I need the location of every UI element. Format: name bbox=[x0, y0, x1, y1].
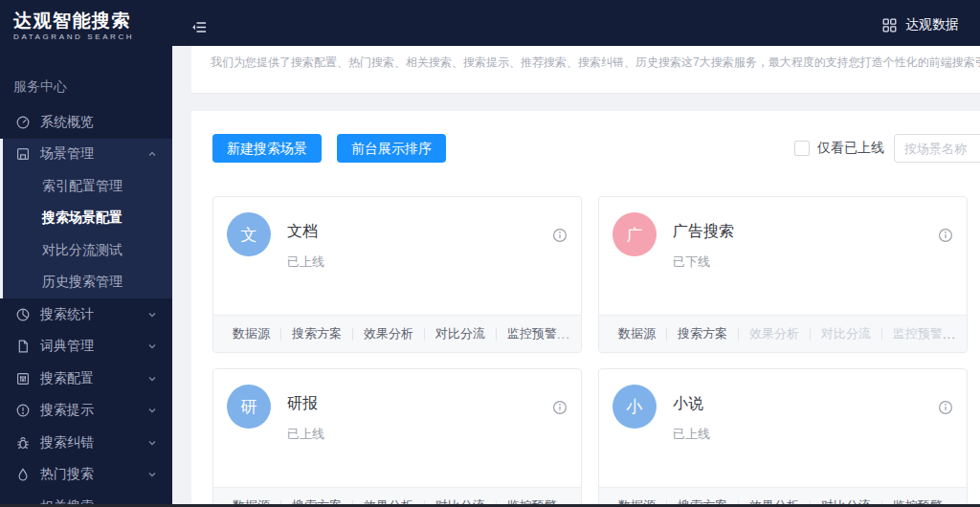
card-footer-link[interactable]: 效果分析 bbox=[749, 325, 799, 342]
scene-card-novel: 小小说已上线数据源搜索方案效果分析对比分流监控预警... bbox=[598, 368, 968, 507]
display-sort-button[interactable]: 前台展示排序 bbox=[337, 134, 446, 163]
chevron-down-icon bbox=[147, 310, 157, 320]
sidebar-item-dict-management[interactable]: 词典管理 bbox=[0, 331, 172, 364]
scene-card-body: 研研报已上线 bbox=[213, 369, 581, 487]
divider bbox=[496, 328, 497, 341]
scene-card-body: 广广告搜索已下线 bbox=[599, 197, 967, 315]
scene-avatar: 广 bbox=[612, 212, 657, 256]
sidebar-item-label: 词典管理 bbox=[40, 338, 94, 355]
card-footer-link[interactable]: 搜索方案 bbox=[292, 325, 342, 342]
product-link[interactable]: 达观数据 bbox=[882, 16, 959, 33]
card-footer-link[interactable]: 对比分流 bbox=[821, 325, 871, 342]
scene-card-research-report: 研研报已上线数据源搜索方案效果分析对比分流监控预警... bbox=[212, 368, 582, 507]
intro-text: 我们为您提供了搜索配置、热门搜索、相关搜索、搜索提示、推荐搜索、搜索纠错、历史搜… bbox=[211, 55, 980, 69]
card-footer-link[interactable]: 数据源 bbox=[618, 325, 656, 342]
sidebar-item-search-config[interactable]: 搜索配置 bbox=[0, 363, 172, 395]
divider bbox=[738, 328, 739, 341]
scene-card-info: 小说已上线 bbox=[673, 385, 710, 487]
sidebar-subitem-search-scene-config[interactable]: 搜索场景配置 bbox=[3, 203, 172, 235]
sidebar-item-search-stats[interactable]: 搜索统计 bbox=[0, 298, 172, 331]
top-bar: 达观智能搜索 DATAGRAND SEARCH 达观数据 bbox=[0, 0, 980, 46]
scene-card-status: 已上线 bbox=[287, 426, 324, 443]
scene-cards-grid: 文文档已上线数据源搜索方案效果分析对比分流监控预警...广广告搜索已下线数据源搜… bbox=[191, 163, 980, 507]
scene-card-body: 文文档已上线 bbox=[213, 197, 581, 315]
chevron-down-icon bbox=[147, 342, 157, 351]
new-scene-button[interactable]: 新建搜索场景 bbox=[212, 134, 322, 163]
chevron-down-icon bbox=[147, 406, 157, 415]
card-footer-link[interactable]: 数据源 bbox=[233, 325, 270, 342]
sidebar-item-label: 搜索纠错 bbox=[40, 434, 94, 452]
card-footer-link[interactable]: 监控预警 bbox=[507, 325, 557, 342]
divider bbox=[352, 328, 353, 341]
sidebar-menu: 系统概览场景管理索引配置管理搜索场景配置对比分流测试历史搜索管理搜索统计词典管理… bbox=[0, 106, 172, 507]
scene-card-status: 已上线 bbox=[287, 254, 324, 271]
logo-title: 达观智能搜索 bbox=[13, 11, 172, 31]
grid-icon bbox=[882, 18, 897, 33]
scene-avatar: 研 bbox=[227, 385, 271, 429]
info-icon[interactable] bbox=[938, 400, 953, 415]
card-footer-link[interactable]: 监控预警 bbox=[893, 325, 943, 342]
logo-subtitle: DATAGRAND SEARCH bbox=[13, 33, 172, 41]
file-icon bbox=[15, 339, 31, 354]
menu-fold-icon[interactable] bbox=[191, 19, 208, 35]
info-icon[interactable] bbox=[552, 228, 568, 243]
sidebar-item-system-overview[interactable]: 系统概览 bbox=[0, 106, 172, 139]
sidebar-subitem-index-config[interactable]: 索引配置管理 bbox=[3, 170, 172, 203]
sidebar-item-scene-management[interactable]: 场景管理 bbox=[3, 139, 172, 171]
sidebar-item-label: 热门搜索 bbox=[40, 466, 94, 483]
sidebar: 服务中心 系统概览场景管理索引配置管理搜索场景配置对比分流测试历史搜索管理搜索统… bbox=[0, 46, 172, 507]
dashboard-icon bbox=[15, 115, 31, 130]
scene-card-title: 广告搜索 bbox=[673, 222, 734, 242]
scene-card-info: 广告搜索已下线 bbox=[673, 212, 734, 315]
sidebar-item-label: 搜索提示 bbox=[40, 402, 94, 419]
app-window: 达观智能搜索 DATAGRAND SEARCH 达观数据 服务中心 系统概览场景… bbox=[0, 0, 980, 507]
alert-icon bbox=[15, 403, 31, 418]
scene-card-title: 文档 bbox=[287, 222, 324, 242]
chevron-down-icon bbox=[147, 438, 157, 448]
bug-icon bbox=[15, 435, 31, 451]
main-panel: 新建搜索场景 前台展示排序 仅看已上线 文文档已上线数据源搜索方案效果分析对比分… bbox=[191, 111, 980, 507]
sliders-icon bbox=[15, 371, 31, 386]
scene-card-footer: 数据源搜索方案效果分析对比分流监控预警... bbox=[213, 315, 581, 352]
scene-card-title: 研报 bbox=[287, 394, 324, 414]
sidebar-item-label: 搜索配置 bbox=[40, 370, 94, 387]
scene-icon bbox=[15, 146, 31, 162]
divider bbox=[280, 328, 281, 341]
card-footer-link[interactable]: 效果分析 bbox=[364, 325, 413, 342]
divider bbox=[881, 328, 882, 341]
sidebar-item-label: 搜索统计 bbox=[40, 306, 94, 323]
scene-card-info: 研报已上线 bbox=[287, 385, 324, 487]
sidebar-item-label: 系统概览 bbox=[40, 114, 94, 131]
sidebar-group-title: 服务中心 bbox=[0, 46, 172, 106]
scene-card-status: 已上线 bbox=[673, 426, 710, 443]
card-footer-more[interactable]: ... bbox=[557, 327, 570, 342]
divider bbox=[666, 328, 667, 341]
intro-banner: 我们为您提供了搜索配置、热门搜索、相关搜索、搜索提示、推荐搜索、搜索纠错、历史搜… bbox=[191, 46, 980, 94]
sidebar-item-search-tips[interactable]: 搜索提示 bbox=[0, 395, 172, 428]
divider bbox=[424, 328, 425, 341]
info-icon[interactable] bbox=[552, 400, 568, 415]
chevron-down-icon bbox=[147, 374, 157, 384]
chevron-down-icon bbox=[147, 470, 157, 479]
sidebar-group-scene-management: 场景管理索引配置管理搜索场景配置对比分流测试历史搜索管理 bbox=[0, 139, 172, 299]
card-footer-link[interactable]: 对比分流 bbox=[435, 325, 485, 342]
scene-card-ad-search: 广广告搜索已下线数据源搜索方案效果分析对比分流监控预警... bbox=[598, 196, 968, 353]
drop-icon bbox=[15, 467, 31, 482]
sidebar-item-label: 场景管理 bbox=[40, 145, 94, 163]
sidebar-item-search-correction[interactable]: 搜索纠错 bbox=[0, 427, 172, 459]
scene-card-footer: 数据源搜索方案效果分析对比分流监控预警... bbox=[599, 315, 967, 352]
online-only-checkbox[interactable] bbox=[794, 141, 810, 156]
scene-avatar: 文 bbox=[227, 212, 271, 256]
sidebar-subitem-history-search[interactable]: 历史搜索管理 bbox=[3, 267, 172, 299]
scene-search-input[interactable] bbox=[894, 134, 980, 163]
chevron-up-icon bbox=[147, 149, 157, 159]
sidebar-subitem-ab-split-test[interactable]: 对比分流测试 bbox=[3, 234, 172, 267]
info-icon[interactable] bbox=[938, 228, 953, 243]
card-footer-link[interactable]: 搜索方案 bbox=[678, 325, 727, 342]
scene-card-body: 小小说已上线 bbox=[599, 369, 967, 487]
scene-avatar: 小 bbox=[612, 385, 657, 429]
card-footer-more[interactable]: ... bbox=[943, 327, 956, 342]
product-link-label: 达观数据 bbox=[905, 16, 959, 33]
scene-card-title: 小说 bbox=[673, 394, 710, 414]
sidebar-item-hot-search[interactable]: 热门搜索 bbox=[0, 459, 172, 492]
